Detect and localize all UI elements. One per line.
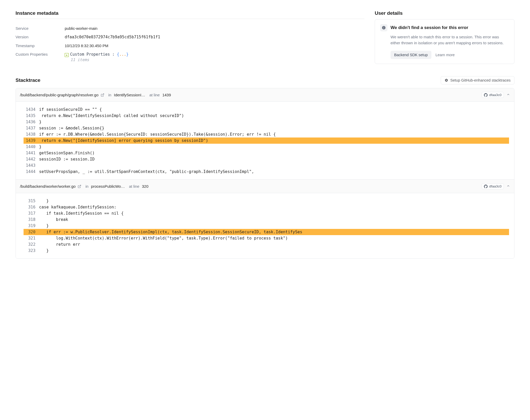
frame-path: /build/backend/worker/worker.go — [20, 184, 76, 189]
line-content: return err — [39, 241, 80, 248]
svg-line-4 — [79, 185, 81, 186]
instance-metadata-title: Instance metadata — [16, 10, 364, 19]
stack-frame-header[interactable]: /build/backend/public-graph/graph/resolv… — [16, 88, 514, 102]
no-session-heading: We didn't find a session for this error — [391, 25, 468, 30]
line-number: 320 — [24, 229, 39, 235]
line-number: 1443 — [24, 162, 39, 169]
line-number: 1440 — [24, 144, 39, 150]
stacktrace-title: Stacktrace — [16, 77, 40, 83]
line-content: } — [39, 119, 41, 125]
code-line: 320 if err := w.PublicResolver.IdentifyS… — [24, 229, 509, 235]
code-line: 1435 return e.New("IdentifySessionImpl c… — [24, 113, 509, 119]
learn-more-link[interactable]: Learn more — [436, 53, 455, 57]
line-number: 317 — [24, 210, 39, 216]
code-line: 1434if sessionSecureID == "" { — [24, 106, 509, 113]
line-number: 318 — [24, 216, 39, 223]
external-link-icon[interactable] — [101, 93, 104, 97]
code-line: 1439 return e.New("[IdentifySession] err… — [24, 137, 509, 144]
line-number: 1435 — [24, 113, 39, 119]
line-content: if err := r.DB.Where(&model.Session{Secu… — [39, 131, 276, 137]
code-block: 315 }316case kafkaqueue.IdentifySession:… — [16, 193, 514, 258]
line-content: case kafkaqueue.IdentifySession: — [39, 204, 116, 210]
chevron-up-icon[interactable] — [506, 93, 510, 97]
version-value: dfaa3c0d70e0372974c7b9a95cd5b715f61fb1f1 — [65, 33, 364, 41]
line-content: if sessionSecureID == "" { — [39, 106, 102, 113]
commit-chip[interactable]: dfaa3c0 — [482, 183, 504, 189]
code-line: 318 break — [24, 216, 509, 223]
code-line: 1440} — [24, 144, 509, 150]
svg-rect-1 — [384, 27, 384, 29]
line-number: 1434 — [24, 106, 39, 113]
info-icon — [380, 24, 387, 31]
frame-at-label: at line — [149, 93, 160, 97]
code-line: 1444setUserPropsSpan, _ := util.StartSpa… — [24, 169, 509, 175]
line-content: } — [39, 223, 49, 229]
code-line: 315 } — [24, 198, 509, 204]
line-content: if task.IdentifySession == nil { — [39, 210, 124, 216]
code-line: 1436} — [24, 119, 509, 125]
line-content: break — [39, 216, 68, 223]
code-line: 321 log.WithContext(ctx).WithError(err).… — [24, 235, 509, 241]
custom-properties-toggle[interactable]: +Custom Properties : {...} — [65, 52, 364, 57]
code-line: 323 } — [24, 248, 509, 254]
line-number: 1436 — [24, 119, 39, 125]
line-content: return e.New("[IdentifySession] error qu… — [39, 137, 208, 144]
service-label: Service — [16, 24, 65, 33]
code-line: 1443 — [24, 162, 509, 169]
code-line: 317 if task.IdentifySession == nil { — [24, 210, 509, 216]
code-line: 1441getSessionSpan.Finish() — [24, 150, 509, 156]
line-number: 321 — [24, 235, 39, 241]
timestamp-label: Timestamp — [16, 41, 65, 50]
line-content: sessionID := session.ID — [39, 156, 95, 162]
stack-frame-header[interactable]: /build/backend/worker/worker.goinprocess… — [16, 180, 514, 193]
frame-function: processPublicWo… — [91, 184, 125, 189]
stack-frame: /build/backend/public-graph/graph/resolv… — [16, 88, 514, 179]
line-content: getSessionSpan.Finish() — [39, 150, 95, 156]
backend-sdk-setup-button[interactable]: Backend SDK setup — [391, 51, 431, 59]
frame-line-number: 320 — [142, 184, 148, 189]
frame-line-number: 1439 — [162, 93, 171, 97]
frame-in-label: in — [108, 93, 112, 97]
user-details-section: User details We didn't find a session fo… — [375, 10, 514, 64]
line-content: } — [39, 144, 41, 150]
custom-properties-count: 11 items — [70, 57, 364, 62]
code-line: 322 return err — [24, 241, 509, 248]
gear-icon — [445, 78, 448, 82]
svg-line-3 — [102, 93, 104, 95]
line-number: 315 — [24, 198, 39, 204]
line-content: if err := w.PublicResolver.IdentifySessi… — [39, 229, 302, 235]
code-line: 1437session := &model.Session{} — [24, 125, 509, 131]
custom-properties-label: Custom Properties — [16, 50, 65, 64]
line-content: session := &model.Session{} — [39, 125, 104, 131]
frame-path: /build/backend/public-graph/graph/resolv… — [20, 93, 99, 97]
code-line: 316case kafkaqueue.IdentifySession: — [24, 204, 509, 210]
code-block: 1434if sessionSecureID == "" {1435 retur… — [16, 102, 514, 179]
line-number: 316 — [24, 204, 39, 210]
setup-github-stacktraces-button[interactable]: Setup GitHub-enhanced stacktraces — [441, 76, 514, 84]
service-value: public-worker-main — [65, 24, 364, 33]
timestamp-value: 10/12/23 8:32:30.450 PM — [65, 41, 364, 50]
line-content: setUserPropsSpan, _ := util.StartSpanFro… — [39, 169, 254, 175]
svg-point-2 — [384, 27, 384, 27]
line-number: 1441 — [24, 150, 39, 156]
stack-frame: /build/backend/worker/worker.goinprocess… — [16, 179, 514, 258]
chevron-up-icon[interactable] — [506, 184, 510, 189]
line-number: 1444 — [24, 169, 39, 175]
commit-chip[interactable]: dfaa3c0 — [482, 92, 504, 98]
line-number: 322 — [24, 241, 39, 248]
version-label: Version — [16, 33, 65, 41]
stacktrace-section: Stacktrace Setup GitHub-enhanced stacktr… — [16, 76, 514, 259]
line-number: 1442 — [24, 156, 39, 162]
line-content: } — [39, 198, 49, 204]
frame-in-label: in — [85, 184, 89, 189]
line-number: 1438 — [24, 131, 39, 137]
user-details-title: User details — [375, 10, 514, 19]
no-session-body: We weren't able to match this error to a… — [391, 34, 509, 46]
frame-at-label: at line — [129, 184, 139, 189]
instance-metadata-section: Instance metadata Service public-worker-… — [16, 10, 364, 64]
line-content: } — [39, 248, 49, 254]
expand-icon: + — [65, 53, 69, 57]
line-number: 1437 — [24, 125, 39, 131]
line-number: 319 — [24, 223, 39, 229]
external-link-icon[interactable] — [78, 185, 81, 188]
